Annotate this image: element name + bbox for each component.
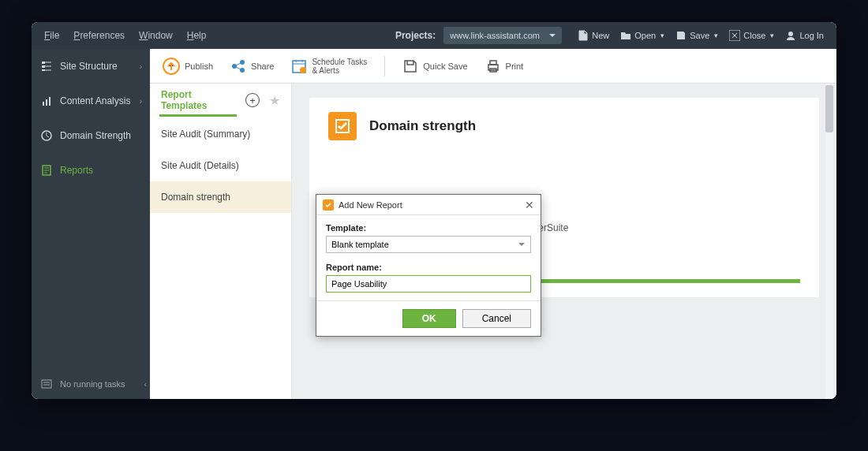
sidebar-item-domain-strength[interactable]: Domain Strength xyxy=(32,118,150,153)
print-button[interactable]: Print xyxy=(485,58,524,74)
dialog-titlebar[interactable]: Add New Report ✕ xyxy=(316,195,541,215)
clock-icon xyxy=(41,130,52,141)
structure-icon xyxy=(41,61,52,72)
sidebar: Site Structure › Content Analysis › Doma… xyxy=(32,49,150,399)
project-select[interactable]: www.link-assistant.com xyxy=(443,27,562,44)
save-icon xyxy=(675,30,687,41)
svg-point-13 xyxy=(240,60,245,65)
chevron-left-icon[interactable]: ‹ xyxy=(144,380,147,389)
svg-rect-7 xyxy=(49,97,51,106)
chevron-right-icon: › xyxy=(140,62,142,71)
save-button[interactable]: Save▾ xyxy=(675,30,718,41)
sidebar-item-content-analysis[interactable]: Content Analysis › xyxy=(32,84,150,118)
add-template-button[interactable]: + xyxy=(245,93,260,107)
add-report-dialog: Add New Report ✕ Template: Blank templat… xyxy=(316,194,541,337)
chevron-right-icon: › xyxy=(140,97,142,106)
open-button[interactable]: Open▾ xyxy=(620,30,664,41)
sidebar-running-tasks[interactable]: No running tasks ‹ xyxy=(32,369,150,399)
template-select[interactable]: Blank template xyxy=(326,236,531,253)
chevron-down-icon: ▾ xyxy=(660,32,664,39)
sidebar-label: Domain Strength xyxy=(60,130,131,141)
schedule-button[interactable]: Schedule Tasks & Alerts xyxy=(291,58,367,75)
tasks-icon xyxy=(41,378,52,390)
name-field-label: Report name: xyxy=(326,263,531,272)
template-field-label: Template: xyxy=(326,223,531,233)
svg-rect-6 xyxy=(46,99,47,106)
chevron-down-icon: ▾ xyxy=(714,32,718,39)
templates-panel: Report Templates + ★ Site Audit (Summary… xyxy=(150,84,292,399)
publish-icon xyxy=(163,58,180,75)
menubar: File Preferences Window Help Projects: w… xyxy=(32,22,836,49)
user-icon xyxy=(785,30,796,41)
reports-icon xyxy=(41,165,52,176)
content-icon xyxy=(41,95,52,106)
template-item[interactable]: Site Audit (Summary) xyxy=(150,118,291,150)
svg-point-1 xyxy=(788,32,793,36)
sidebar-item-site-structure[interactable]: Site Structure › xyxy=(32,49,150,84)
sidebar-bottom-label: No running tasks xyxy=(60,379,125,389)
sidebar-label: Reports xyxy=(60,165,93,176)
close-icon[interactable]: ✕ xyxy=(525,199,534,211)
report-name-input[interactable] xyxy=(326,275,531,293)
svg-point-16 xyxy=(300,67,306,73)
svg-rect-3 xyxy=(42,65,45,68)
templates-title: Report Templates xyxy=(161,89,236,111)
share-icon xyxy=(230,58,246,74)
menu-window[interactable]: Window xyxy=(139,30,173,41)
svg-rect-10 xyxy=(42,380,51,388)
cancel-button[interactable]: Cancel xyxy=(462,309,531,328)
projects-label: Projects: xyxy=(395,30,436,41)
svg-rect-2 xyxy=(42,62,45,64)
template-item[interactable]: Domain strength xyxy=(150,181,291,213)
sidebar-item-reports[interactable]: Reports xyxy=(32,153,150,188)
check-badge-icon xyxy=(328,112,357,140)
sidebar-label: Site Structure xyxy=(60,61,118,72)
publish-button[interactable]: Publish xyxy=(163,58,213,75)
scrollbar[interactable] xyxy=(825,84,833,399)
star-icon[interactable]: ★ xyxy=(269,93,280,108)
dialog-icon xyxy=(323,199,334,211)
menu-preferences[interactable]: Preferences xyxy=(73,30,125,41)
svg-rect-4 xyxy=(42,69,45,71)
menu-help[interactable]: Help xyxy=(187,30,207,41)
svg-rect-5 xyxy=(43,102,44,106)
save-icon xyxy=(402,58,418,74)
toolbar-separator xyxy=(384,56,385,76)
print-icon xyxy=(485,58,501,74)
scrollbar-thumb[interactable] xyxy=(825,85,833,132)
svg-rect-18 xyxy=(490,61,496,65)
share-button[interactable]: Share xyxy=(230,58,274,74)
report-title: Domain strength xyxy=(369,118,476,134)
chevron-down-icon: ▾ xyxy=(770,32,774,39)
close-x-icon xyxy=(729,30,740,41)
template-item[interactable]: Site Audit (Details) xyxy=(150,150,291,181)
dialog-title: Add New Report xyxy=(339,200,520,210)
quicksave-button[interactable]: Quick Save xyxy=(402,58,467,74)
calendar-icon xyxy=(291,58,307,74)
menu-file[interactable]: File xyxy=(44,30,59,41)
new-file-icon xyxy=(578,30,589,41)
login-button[interactable]: Log In xyxy=(785,30,824,41)
svg-point-14 xyxy=(240,68,245,73)
svg-point-12 xyxy=(232,64,237,69)
templates-header: Report Templates + ★ xyxy=(150,84,291,118)
sidebar-label: Content Analysis xyxy=(60,95,130,106)
ok-button[interactable]: OK xyxy=(402,309,456,328)
folder-icon xyxy=(620,30,631,41)
close-button[interactable]: Close▾ xyxy=(729,30,774,41)
toolbar: Publish Share Schedule Tasks & Alerts Qu… xyxy=(150,49,836,84)
new-button[interactable]: New xyxy=(578,30,609,41)
